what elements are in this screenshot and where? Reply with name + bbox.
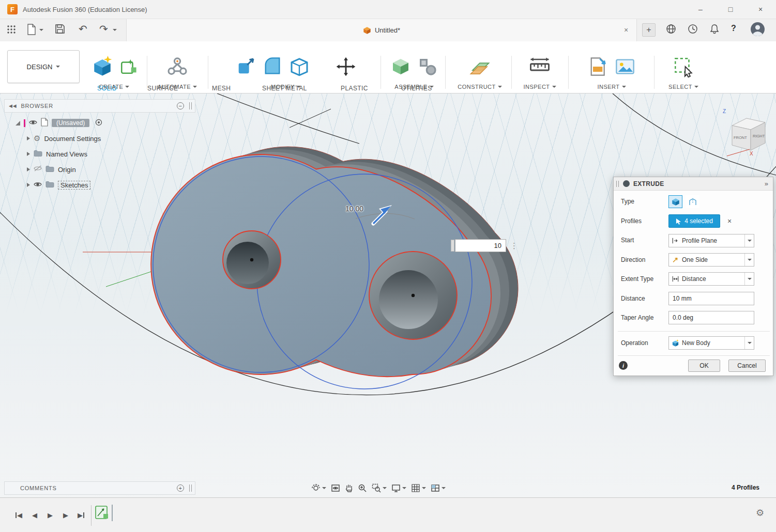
timeline-skip-start-button[interactable]: ◀ <box>16 509 22 521</box>
create-sketch-icon[interactable] <box>119 58 137 77</box>
viewcube-right-label[interactable]: RIGHT <box>753 134 765 138</box>
comments-add-icon[interactable]: + <box>177 484 184 492</box>
extensions-globe-icon[interactable] <box>666 24 676 34</box>
dimension-options-icon[interactable]: ⋮ <box>510 241 518 251</box>
select-icon[interactable] <box>673 56 694 80</box>
visibility-off-eye-icon[interactable] <box>34 165 42 174</box>
redo-caret-icon[interactable] <box>113 29 117 31</box>
timeline-step-back-button[interactable]: ◀ <box>32 509 37 521</box>
view-cube[interactable]: FRONT RIGHT Z X <box>723 108 765 157</box>
new-component-icon[interactable] <box>390 56 411 79</box>
document-tab[interactable]: Untitled* × <box>126 19 637 41</box>
maximize-button[interactable]: □ <box>719 0 742 19</box>
comments-drag-grip[interactable] <box>189 484 192 492</box>
browser-item-document-settings[interactable]: ⚙ Document Settings <box>27 132 101 145</box>
grid-display-icon[interactable] <box>411 483 426 493</box>
timeline-play-button[interactable]: ▶ <box>48 509 53 521</box>
viewcube-front-label[interactable]: FRONT <box>734 135 747 140</box>
left-hole-center-point[interactable] <box>250 258 253 261</box>
decal-image-icon[interactable] <box>615 56 635 79</box>
viewports-icon[interactable] <box>431 483 446 493</box>
extrude-type-thin-button[interactable] <box>686 195 699 208</box>
expand-arrow-icon[interactable] <box>27 136 30 140</box>
timeline-sketch-feature[interactable] <box>95 505 109 522</box>
extrude-dialog-header[interactable]: EXTRUDE » <box>614 177 773 191</box>
group-label-modify[interactable]: MODIFY <box>271 84 301 90</box>
expand-arrow-icon[interactable] <box>27 167 30 171</box>
browser-item-label[interactable]: Document Settings <box>44 135 101 143</box>
group-label-automate[interactable]: AUTOMATE <box>158 84 197 90</box>
group-label-inspect[interactable]: INSPECT <box>523 84 556 90</box>
orbit-icon[interactable] <box>311 483 326 493</box>
expand-arrow-icon[interactable] <box>27 152 30 156</box>
insert-svg-icon[interactable] <box>588 56 608 79</box>
zoom-icon[interactable] <box>358 483 367 493</box>
construction-plane-icon[interactable] <box>469 56 491 80</box>
redo-icon[interactable]: ↷ <box>99 23 108 35</box>
document-name[interactable]: (Unsaved) <box>52 119 89 127</box>
move-copy-icon[interactable] <box>336 56 356 79</box>
cancel-button[interactable]: Cancel <box>728 359 766 372</box>
dialog-expand-icon[interactable]: » <box>765 180 768 187</box>
browser-item-label[interactable]: Origin <box>58 166 76 174</box>
undo-icon[interactable]: ↶ <box>79 23 87 35</box>
close-button[interactable]: × <box>749 0 772 19</box>
comments-bar[interactable]: COMMENTS + <box>4 481 195 495</box>
document-tab-close-icon[interactable]: × <box>621 25 631 35</box>
operation-select[interactable]: New Body <box>668 336 754 350</box>
timeline-position-marker[interactable] <box>112 505 113 521</box>
notifications-bell-icon[interactable] <box>709 24 720 34</box>
new-body-icon[interactable] <box>92 56 113 80</box>
timeline-skip-end-button[interactable]: ▶ <box>78 509 84 521</box>
info-icon[interactable]: i <box>619 361 628 370</box>
shell-icon[interactable] <box>289 56 310 79</box>
dimension-input-grip[interactable] <box>451 240 454 252</box>
user-avatar[interactable] <box>751 22 765 36</box>
resize-corner-icon[interactable] <box>16 121 20 126</box>
dimension-input[interactable] <box>455 239 506 252</box>
activate-target-icon[interactable] <box>95 119 102 128</box>
timeline-step-forward-button[interactable]: ▶ <box>63 509 68 521</box>
group-label-assemble[interactable]: ASSEMBLE <box>394 84 433 90</box>
zoom-window-icon[interactable] <box>372 483 387 493</box>
joint-icon[interactable] <box>417 56 438 79</box>
browser-item-sketches[interactable]: Sketches <box>27 179 90 191</box>
distance-input[interactable] <box>668 292 754 305</box>
browser-collapse-icon[interactable]: ◀◀ <box>9 103 17 108</box>
app-grid-menu-icon[interactable] <box>6 24 17 35</box>
minimize-button[interactable]: – <box>689 0 712 19</box>
browser-item-origin[interactable]: Origin <box>27 163 76 176</box>
group-label-construct[interactable]: CONSTRUCT <box>458 84 502 90</box>
extrude-type-solid-button[interactable] <box>668 195 682 208</box>
group-label-insert[interactable]: INSERT <box>597 84 626 90</box>
new-tab-button[interactable]: + <box>642 23 656 37</box>
profiles-selected-button[interactable]: 4 selected <box>668 214 720 228</box>
taper-angle-input[interactable] <box>668 311 754 324</box>
expand-arrow-icon[interactable] <box>27 183 30 187</box>
right-hole[interactable] <box>369 252 457 339</box>
browser-header[interactable]: ◀◀ BROWSER − <box>4 99 195 113</box>
profiles-clear-icon[interactable]: × <box>727 217 732 225</box>
ok-button[interactable]: OK <box>688 359 720 372</box>
measure-icon[interactable] <box>529 56 551 80</box>
browser-root-row[interactable]: (Unsaved) <box>16 117 102 129</box>
automate-icon[interactable] <box>166 56 188 80</box>
visibility-eye-icon[interactable] <box>29 119 37 127</box>
file-menu-caret-icon[interactable] <box>39 29 43 31</box>
browser-minimize-icon[interactable]: − <box>177 102 184 109</box>
start-select[interactable]: Profile Plane <box>668 234 754 247</box>
visibility-eye-icon[interactable] <box>34 181 42 189</box>
file-menu-icon[interactable] <box>27 24 36 35</box>
timeline-settings-gear-icon[interactable]: ⚙ <box>756 507 764 519</box>
group-label-select[interactable]: SELECT <box>668 84 698 90</box>
browser-item-label[interactable]: Sketches <box>58 181 90 190</box>
fillet-icon[interactable] <box>262 56 283 79</box>
job-status-clock-icon[interactable] <box>688 24 698 34</box>
group-label-create[interactable]: CREATE <box>99 84 130 90</box>
browser-drag-grip[interactable] <box>189 102 192 109</box>
save-icon[interactable] <box>55 24 65 34</box>
right-hole-center-point[interactable] <box>412 294 415 297</box>
extent-type-select[interactable]: Distance <box>668 272 754 286</box>
press-pull-icon[interactable] <box>235 56 256 79</box>
look-at-icon[interactable] <box>331 483 340 493</box>
